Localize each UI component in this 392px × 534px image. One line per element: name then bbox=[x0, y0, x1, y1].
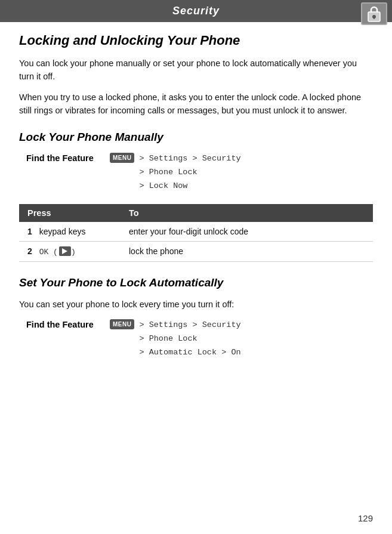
menu-icon-2: MENU bbox=[110, 319, 134, 329]
section2-find-feature-row: Find the Feature MENU > Settings > Secur… bbox=[26, 319, 373, 360]
row2-num: 2 bbox=[27, 246, 32, 256]
row2-to: lock the phone bbox=[121, 241, 373, 262]
table-row: 1 keypad keys enter your four-digit unlo… bbox=[19, 222, 373, 242]
header-title: Security bbox=[172, 5, 220, 17]
section2-steps-code: > Settings > Security > Phone Lock > Aut… bbox=[139, 319, 240, 360]
row1-to: enter your four-digit unlock code bbox=[121, 222, 373, 242]
paragraph-1: You can lock your phone manually or set … bbox=[19, 57, 373, 84]
svg-rect-2 bbox=[374, 17, 375, 19]
section2-body: You can set your phone to lock every tim… bbox=[19, 298, 373, 311]
page-content: Locking and Unlocking Your Phone You can… bbox=[0, 22, 392, 406]
section2-find-label: Find the Feature bbox=[26, 319, 110, 329]
table-col-to: To bbox=[121, 204, 373, 222]
row2-press: OK () bbox=[39, 248, 76, 257]
section2-title: Set Your Phone to Lock Automatically bbox=[19, 276, 373, 289]
section1-steps-code: > Settings > Security > Phone Lock > Loc… bbox=[139, 152, 240, 193]
section1-find-label: Find the Feature bbox=[26, 152, 110, 163]
section2-steps: MENU > Settings > Security > Phone Lock … bbox=[110, 319, 241, 360]
header-icon bbox=[361, 2, 387, 25]
section1-title: Lock Your Phone Manually bbox=[19, 131, 373, 144]
menu-icon: MENU bbox=[110, 153, 134, 163]
press-table: Press To 1 keypad keys enter your four-d… bbox=[19, 204, 373, 263]
table-col-press: Press bbox=[19, 204, 121, 222]
table-row: 2 OK () lock the phone bbox=[19, 241, 373, 262]
section1-steps: MENU > Settings > Security > Phone Lock … bbox=[110, 152, 241, 193]
main-title: Locking and Unlocking Your Phone bbox=[19, 33, 373, 48]
section1-find-feature-row: Find the Feature MENU > Settings > Secur… bbox=[26, 152, 373, 193]
paragraph-2: When you try to use a locked phone, it a… bbox=[19, 91, 373, 118]
row1-num: 1 bbox=[27, 227, 32, 236]
row1-press: keypad keys bbox=[39, 227, 86, 236]
page-header: Security bbox=[0, 0, 392, 22]
page-number: 129 bbox=[358, 513, 373, 523]
ok-icon bbox=[59, 246, 71, 256]
